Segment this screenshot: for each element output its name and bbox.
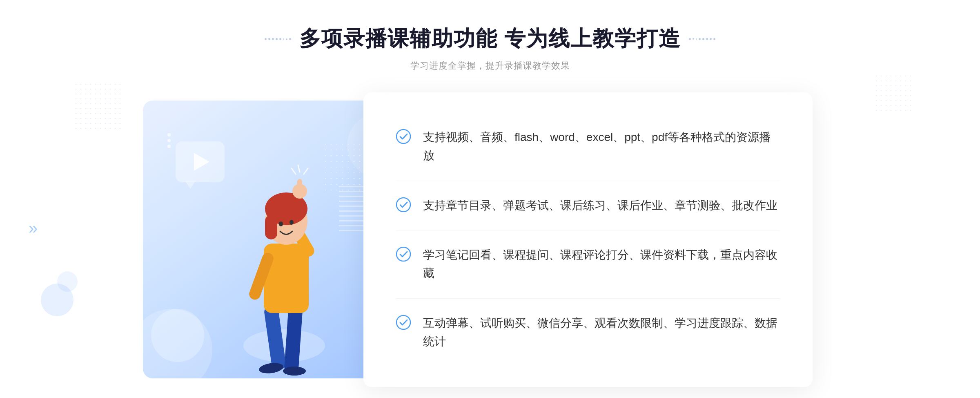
- flash-indicator: [167, 133, 171, 148]
- bg-dots-left: [74, 82, 122, 131]
- check-icon-2: [396, 197, 411, 212]
- svg-line-15: [298, 165, 300, 172]
- feature-text-4: 互动弹幕、试听购买、微信分享、观看次数限制、学习进度跟踪、数据统计: [423, 314, 780, 351]
- main-title: 多项录播课辅助功能 专为线上教学打造: [299, 25, 681, 53]
- features-card: 支持视频、音频、flash、word、excel、ppt、pdf等各种格式的资源…: [363, 92, 813, 387]
- svg-point-19: [396, 198, 410, 212]
- deco-circle-bottom-left-2: [57, 271, 78, 292]
- feature-text-3: 学习笔记回看、课程提问、课程评论打分、课件资料下载，重点内容收藏: [423, 246, 780, 283]
- header-title-row: 多项录播课辅助功能 专为线上教学打造: [265, 25, 715, 53]
- svg-rect-10: [265, 215, 277, 239]
- illustration-card: [143, 101, 396, 378]
- feature-text-2: 支持章节目录、弹题考试、课后练习、课后作业、章节测验、批改作业: [423, 197, 777, 215]
- check-icon-4: [396, 315, 411, 330]
- feature-item-2: 支持章节目录、弹题考试、课后练习、课后作业、章节测验、批改作业: [396, 181, 780, 231]
- feature-text-1: 支持视频、音频、flash、word、excel、ppt、pdf等各种格式的资源…: [423, 128, 780, 165]
- svg-line-16: [304, 168, 308, 174]
- header-dots-left: [265, 38, 291, 40]
- main-content: 支持视频、音频、flash、word、excel、ppt、pdf等各种格式的资源…: [143, 92, 837, 387]
- svg-point-12: [290, 220, 294, 225]
- header-dots-right: [689, 38, 715, 40]
- subtitle: 学习进度全掌握，提升录播课教学效果: [410, 60, 570, 72]
- header-section: 多项录播课辅助功能 专为线上教学打造 学习进度全掌握，提升录播课教学效果: [0, 25, 980, 72]
- svg-point-20: [396, 247, 410, 261]
- play-icon: [194, 153, 209, 171]
- svg-point-11: [279, 221, 283, 226]
- chevrons-left-icon: »: [29, 219, 38, 237]
- human-figure-illustration: [211, 150, 358, 378]
- feature-item-1: 支持视频、音频、flash、word、excel、ppt、pdf等各种格式的资源…: [396, 113, 780, 181]
- bg-dots-right: [874, 74, 915, 114]
- svg-line-17: [292, 168, 296, 174]
- svg-rect-2: [284, 304, 303, 375]
- svg-point-18: [396, 130, 410, 143]
- feature-item-3: 学习笔记回看、课程提问、课程评论打分、课件资料下载，重点内容收藏: [396, 230, 780, 299]
- illus-circle-2: [151, 309, 204, 362]
- svg-rect-14: [297, 179, 302, 195]
- feature-item-4: 互动弹幕、试听购买、微信分享、观看次数限制、学习进度跟踪、数据统计: [396, 299, 780, 367]
- page-container: » 多项录播课辅助功能 专为线上教学打造 学习进度全掌握，提升录播课教学效果: [0, 0, 980, 398]
- svg-point-21: [396, 315, 410, 329]
- check-icon-3: [396, 247, 411, 262]
- svg-point-4: [283, 367, 306, 376]
- check-icon-1: [396, 129, 411, 144]
